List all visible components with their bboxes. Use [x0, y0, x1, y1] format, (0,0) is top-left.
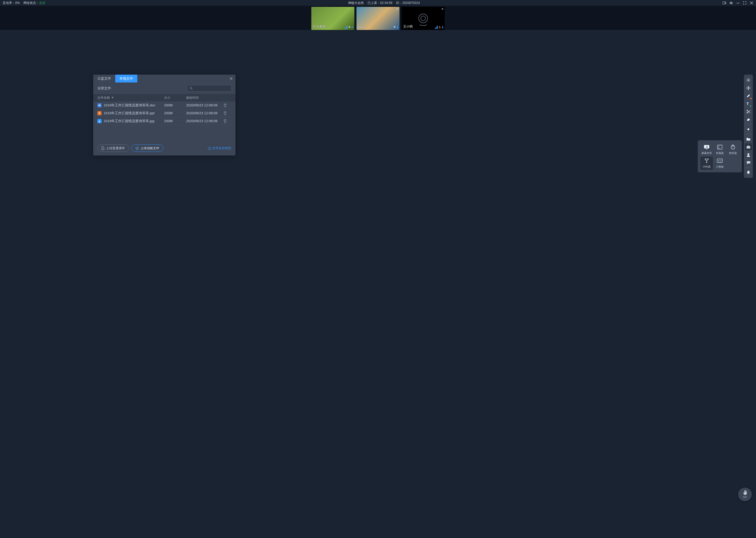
video-tile[interactable]: ✕ Nina	[356, 7, 400, 30]
svg-point-33	[749, 162, 750, 163]
info-icon	[208, 146, 211, 150]
tb-toolbox[interactable]	[745, 143, 752, 150]
course-title: 神秘大自然	[348, 1, 364, 5]
tab-cloud-files[interactable]: 云盘文件	[93, 75, 115, 82]
tb-eraser[interactable]	[745, 116, 752, 123]
file-name: 2019年工作汇报情况查询等等.jpg	[104, 119, 154, 124]
folder-icon	[746, 137, 750, 141]
mic-muted-icon	[439, 26, 441, 29]
packet-loss: 丢包率：0%	[3, 1, 20, 5]
participant-name: Nina	[358, 25, 365, 29]
tool-rush[interactable]: 抢答器	[727, 143, 739, 156]
main-canvas: 云盘文件 本地文件 ✕ 全部文件 文件名称 大小 修改时间 W2019年工作汇报…	[0, 30, 756, 538]
tb-pen[interactable]	[745, 92, 752, 99]
col-name[interactable]: 文件名称	[97, 96, 162, 100]
svg-rect-1	[736, 3, 739, 3]
mic-icon	[351, 26, 353, 29]
file-size: 200M	[164, 111, 184, 115]
table-header: 文件名称 大小 修改时间	[93, 94, 235, 101]
tool-mini-board[interactable]: 2+3小黑板	[714, 157, 726, 170]
svg-point-32	[748, 162, 749, 163]
col-mtime[interactable]: 修改时间	[186, 96, 221, 100]
tool-screen-share[interactable]: 屏幕共享	[700, 143, 713, 156]
close-icon[interactable]	[750, 1, 753, 5]
table-row[interactable]: W2019年工作汇报情况查询等等.doc 200M 2020/06/23 12:…	[93, 101, 235, 109]
svg-point-3	[349, 27, 350, 27]
col-size[interactable]: 大小	[164, 96, 184, 100]
elapsed: 已上课：02:34:09	[367, 1, 393, 5]
eraser-icon	[746, 118, 750, 121]
minimize-icon[interactable]	[736, 1, 740, 5]
search-icon	[190, 87, 193, 90]
dialog-close-icon[interactable]: ✕	[229, 76, 233, 81]
supported-types-link[interactable]: 文件支持类型	[208, 146, 231, 150]
filetype-icon: W	[97, 103, 102, 107]
tool-label: 答题器	[716, 151, 724, 155]
tool-label: 屏幕共享	[701, 151, 712, 155]
tool-label: 计时器	[703, 165, 711, 169]
svg-rect-13	[210, 148, 210, 149]
tb-text[interactable]: T	[745, 100, 752, 107]
screen-share-icon	[703, 144, 710, 150]
svg-point-10	[190, 87, 192, 89]
tb-laser[interactable]	[745, 77, 752, 83]
video-tile[interactable]: ✕ 王小明	[402, 7, 445, 30]
delete-icon[interactable]	[223, 119, 231, 123]
rush-icon	[730, 144, 736, 150]
gear-icon[interactable]	[729, 1, 733, 5]
camera-off-icon	[348, 26, 351, 29]
laser-icon	[746, 78, 750, 82]
bell-icon	[746, 171, 750, 175]
svg-rect-9	[442, 26, 443, 27]
tab-local-files[interactable]: 本地文件	[115, 75, 137, 82]
upload-normal-button[interactable]: 上传普通课件	[97, 144, 129, 152]
svg-rect-0	[722, 2, 725, 4]
mic-icon	[397, 26, 399, 29]
file-mtime: 2020/06/23 12:09:09	[186, 103, 221, 107]
svg-text:A✓: A✓	[718, 145, 720, 147]
participant-name: 王小明	[403, 25, 413, 29]
room-id: ID：2020070324	[396, 1, 420, 5]
user-icon	[746, 153, 750, 157]
video-tile[interactable]: 叮当老师	[311, 7, 354, 30]
tool-timer[interactable]: 计时器	[700, 157, 713, 170]
table-body: W2019年工作汇报情况查询等等.doc 200M 2020/06/23 12:…	[93, 101, 235, 125]
tb-move[interactable]	[745, 84, 752, 91]
svg-rect-4	[352, 26, 353, 27]
delete-icon[interactable]	[223, 111, 231, 115]
move-icon	[746, 86, 750, 90]
all-files-label: 全部文件	[97, 86, 111, 91]
signal-icon	[435, 25, 438, 29]
tile-close-icon[interactable]: ✕	[396, 7, 399, 11]
tb-dot[interactable]	[745, 126, 752, 133]
tile-close-icon[interactable]: ✕	[441, 7, 444, 11]
svg-rect-29	[746, 147, 750, 147]
mini-board-icon: 2+3	[717, 158, 723, 164]
table-row[interactable]: ▲2019年工作汇报情况查询等等.jpg 200M 2020/06/23 12:…	[93, 117, 235, 125]
search-input[interactable]	[187, 85, 231, 91]
table-row[interactable]: P2019年工作汇报情况查询等等.ppt 200M 2020/06/23 12:…	[93, 109, 235, 117]
tb-scissor[interactable]	[745, 108, 752, 115]
tb-folder[interactable]	[745, 135, 752, 142]
raise-hand-bubble[interactable]: 0/2	[738, 488, 752, 501]
svg-text:2+3: 2+3	[718, 160, 722, 162]
file-name: 2019年工作汇报情况查询等等.ppt	[104, 111, 155, 116]
tools-popup: 屏幕共享A✓B✗答题器抢答器计时器2+3小黑板	[698, 140, 742, 172]
delete-icon[interactable]	[223, 103, 231, 107]
fullscreen-icon[interactable]	[743, 1, 746, 5]
participant-name: 叮当老师	[313, 25, 325, 29]
tb-chat[interactable]	[745, 159, 752, 166]
svg-rect-14	[210, 147, 210, 148]
dot-icon	[747, 128, 750, 131]
tool-quiz[interactable]: A✓B✗答题器	[714, 143, 726, 156]
camera-icon[interactable]	[722, 1, 726, 5]
tb-user[interactable]	[745, 151, 752, 158]
webcam-off-icon	[418, 14, 428, 23]
svg-text:B✗: B✗	[718, 147, 720, 149]
svg-rect-7	[397, 26, 398, 27]
svg-point-27	[748, 129, 749, 130]
tb-bell[interactable]	[745, 169, 752, 176]
scissor-icon	[746, 110, 750, 114]
file-name: 2019年工作汇报情况查询等等.doc	[104, 103, 155, 108]
upload-animated-button[interactable]: 上传动效文件	[131, 144, 163, 152]
